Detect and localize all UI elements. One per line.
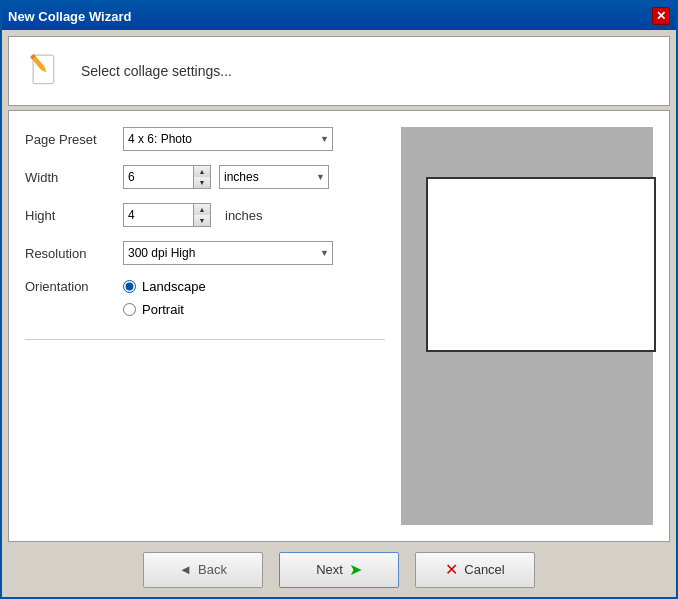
- portrait-label: Portrait: [142, 302, 184, 317]
- main-content: Page Preset 4 x 6: Photo 5 x 7: Photo 8 …: [8, 110, 670, 542]
- resolution-row: Resolution 72 dpi Screen 150 dpi Medium …: [25, 241, 385, 265]
- width-row: Width ▲ ▼ inches cm pixels: [25, 165, 385, 189]
- footer-area: ◄ Back Next ➤ ✕ Cancel: [2, 542, 676, 597]
- portrait-radio[interactable]: [123, 303, 136, 316]
- portrait-option[interactable]: Portrait: [123, 302, 206, 317]
- width-input[interactable]: [123, 165, 193, 189]
- header-area: Select collage settings...: [8, 36, 670, 106]
- width-spinner: ▲ ▼: [123, 165, 211, 189]
- pencil-icon: [26, 52, 64, 90]
- wizard-icon-area: [21, 47, 69, 95]
- back-arrow-icon: ◄: [179, 562, 192, 577]
- preview-panel: [401, 127, 653, 525]
- height-input[interactable]: [123, 203, 193, 227]
- page-preset-label: Page Preset: [25, 132, 115, 147]
- height-unit-label: inches: [225, 208, 263, 223]
- width-increment-button[interactable]: ▲: [194, 166, 210, 177]
- width-unit-select[interactable]: inches cm pixels: [219, 165, 329, 189]
- orientation-label: Orientation: [25, 279, 115, 294]
- height-label: Hight: [25, 208, 115, 223]
- width-unit-wrapper: inches cm pixels: [219, 165, 329, 189]
- title-bar: New Collage Wizard ✕: [2, 2, 676, 30]
- height-decrement-button[interactable]: ▼: [194, 215, 210, 226]
- landscape-option[interactable]: Landscape: [123, 279, 206, 294]
- resolution-select-wrapper: 72 dpi Screen 150 dpi Medium 300 dpi Hig…: [123, 241, 333, 265]
- form-panel: Page Preset 4 x 6: Photo 5 x 7: Photo 8 …: [25, 127, 385, 525]
- cancel-label: Cancel: [464, 562, 504, 577]
- height-increment-button[interactable]: ▲: [194, 204, 210, 215]
- landscape-label: Landscape: [142, 279, 206, 294]
- height-spinner-buttons: ▲ ▼: [193, 203, 211, 227]
- width-label: Width: [25, 170, 115, 185]
- main-window: New Collage Wizard ✕ Select collage sett…: [0, 0, 678, 599]
- resolution-select[interactable]: 72 dpi Screen 150 dpi Medium 300 dpi Hig…: [123, 241, 333, 265]
- next-button[interactable]: Next ➤: [279, 552, 399, 588]
- cancel-x-icon: ✕: [445, 560, 458, 579]
- close-button[interactable]: ✕: [652, 7, 670, 25]
- page-preset-row: Page Preset 4 x 6: Photo 5 x 7: Photo 8 …: [25, 127, 385, 151]
- page-preset-select-wrapper: 4 x 6: Photo 5 x 7: Photo 8 x 10: Photo …: [123, 127, 333, 151]
- header-instruction: Select collage settings...: [81, 63, 232, 79]
- next-arrow-icon: ➤: [349, 560, 362, 579]
- resolution-label: Resolution: [25, 246, 115, 261]
- height-row: Hight ▲ ▼ inches: [25, 203, 385, 227]
- window-title: New Collage Wizard: [8, 9, 131, 24]
- height-spinner: ▲ ▼: [123, 203, 211, 227]
- page-preview: [426, 177, 656, 352]
- orientation-row: Orientation Landscape Portrait: [25, 279, 385, 317]
- width-spinner-buttons: ▲ ▼: [193, 165, 211, 189]
- cancel-button[interactable]: ✕ Cancel: [415, 552, 535, 588]
- back-button[interactable]: ◄ Back: [143, 552, 263, 588]
- back-label: Back: [198, 562, 227, 577]
- width-decrement-button[interactable]: ▼: [194, 177, 210, 188]
- orientation-options: Landscape Portrait: [123, 279, 206, 317]
- landscape-radio[interactable]: [123, 280, 136, 293]
- next-label: Next: [316, 562, 343, 577]
- page-preset-select[interactable]: 4 x 6: Photo 5 x 7: Photo 8 x 10: Photo …: [123, 127, 333, 151]
- form-divider: [25, 339, 385, 340]
